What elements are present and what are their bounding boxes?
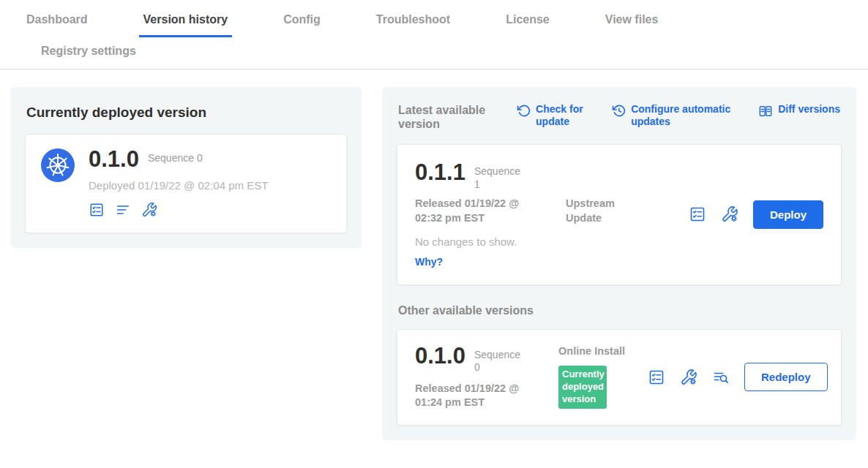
tab-registry-settings[interactable]: Registry settings [37,37,141,69]
currently-deployed-info: 0.1.0 Sequence 0 Deployed 01/19/22 @ 02:… [89,148,268,218]
available-versions-panel: Latest available version Check for updat… [382,87,856,440]
version-meta: Released 01/19/22 @ 02:32 pm EST Upstrea… [415,197,680,225]
latest-version-title: Latest available version [398,103,501,131]
diff-icon [758,103,773,121]
configure-automatic-updates-label: Configure automatic updates [631,103,742,128]
version-number: 0.1.1 [415,161,465,184]
nav-row-1: Dashboard Version history Config Trouble… [22,0,846,37]
tab-license[interactable]: License [501,0,554,37]
edit-config-icon[interactable] [721,205,738,223]
diff-versions-label: Diff versions [778,103,840,116]
deployed-timestamp: Deployed 01/19/22 @ 02:04 pm EST [89,179,268,192]
version-row: 0.1.0 Sequence 0 [415,344,558,374]
other-version-card: 0.1.0 Sequence 0 Released 01/19/22 @ 01:… [397,329,842,426]
released-timestamp: Released 01/19/22 @ 01:24 pm EST [415,382,545,410]
latest-version-actions: Deploy [680,200,823,229]
deploy-button[interactable]: Deploy [753,200,823,229]
version-row: 0.1.1 Sequence 1 [415,161,680,191]
version-number: 0.1.0 [89,148,139,170]
deploy-logs-icon[interactable] [712,369,730,386]
edit-config-icon[interactable] [141,202,157,218]
version-source: Upstream Update [566,197,633,225]
version-actions [89,202,268,218]
sequence-label: Sequence 1 [474,161,527,191]
check-for-update-label: Check for update [536,103,596,128]
other-version-status: Online Install Currently deployed versio… [558,344,639,410]
released-timestamp: Released 01/19/22 @ 02:32 pm EST [415,197,545,225]
tab-troubleshoot[interactable]: Troubleshoot [372,0,454,37]
version-row: 0.1.0 Sequence 0 [89,148,268,170]
other-versions-title: Other available versions [398,304,840,317]
release-notes-icon[interactable] [115,202,131,218]
other-version-actions: Redeploy [639,363,828,391]
schedule-update-icon [612,103,626,121]
tab-view-files[interactable]: View files [601,0,663,37]
currently-deployed-badge: Currently deployed version [558,366,607,409]
latest-version-info: 0.1.1 Sequence 1 Released 01/19/22 @ 02:… [415,161,680,268]
redeploy-button[interactable]: Redeploy [744,363,828,391]
sequence-label: Sequence 0 [474,344,527,374]
sequence-label: Sequence 0 [148,148,203,164]
version-source: Online Install [558,344,626,359]
check-update-icon [517,103,531,121]
tab-dashboard[interactable]: Dashboard [22,0,92,37]
top-nav: Dashboard Version history Config Trouble… [0,0,868,69]
version-number: 0.1.0 [415,344,465,367]
why-link[interactable]: Why? [415,256,443,268]
currently-deployed-title: Currently deployed version [26,105,347,121]
configure-automatic-updates-link[interactable]: Configure automatic updates [612,103,742,128]
preflight-checks-icon[interactable] [689,205,706,223]
latest-version-card: 0.1.1 Sequence 1 Released 01/19/22 @ 02:… [397,144,842,284]
tab-config[interactable]: Config [279,0,325,37]
diff-versions-link[interactable]: Diff versions [758,103,840,121]
main-content: Currently deployed version [0,69,868,440]
kubernetes-logo-icon [40,148,75,186]
tab-version-history[interactable]: Version history [139,0,233,37]
nav-row-2: Registry settings [22,37,846,69]
currently-deployed-card: 0.1.0 Sequence 0 Deployed 01/19/22 @ 02:… [25,134,347,233]
preflight-checks-icon[interactable] [648,369,665,386]
other-version-info: 0.1.0 Sequence 0 Released 01/19/22 @ 01:… [415,344,558,410]
edit-config-icon[interactable] [680,369,697,386]
latest-version-header: Latest available version Check for updat… [398,103,840,131]
preflight-checks-icon[interactable] [89,202,105,218]
no-changes-text: No changes to show. [415,235,680,248]
check-for-update-link[interactable]: Check for update [517,103,596,128]
currently-deployed-panel: Currently deployed version [10,87,362,248]
